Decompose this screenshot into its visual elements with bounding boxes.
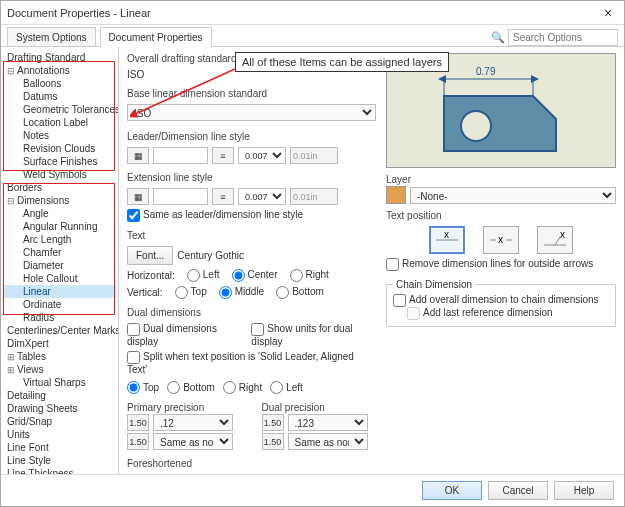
tree-borders[interactable]: Borders bbox=[3, 181, 116, 194]
tree-balloons[interactable]: Balloons bbox=[3, 77, 116, 90]
base-std-label: Base linear dimension standard bbox=[127, 88, 376, 99]
pos-top-radio[interactable]: Top bbox=[127, 381, 159, 394]
tree-location-label[interactable]: Location Label bbox=[3, 116, 116, 129]
tree-grid-snap[interactable]: Grid/Snap bbox=[3, 415, 116, 428]
text-position-label: Text position bbox=[386, 210, 616, 221]
tree-diameter[interactable]: Diameter bbox=[3, 259, 116, 272]
leader-style-label: Leader/Dimension line style bbox=[127, 131, 376, 142]
tree-datums[interactable]: Datums bbox=[3, 90, 116, 103]
cancel-button[interactable]: Cancel bbox=[488, 481, 548, 500]
svg-text:x: x bbox=[498, 234, 503, 245]
dual-prec-icon: 1.50 bbox=[262, 414, 284, 431]
tree-chamfer[interactable]: Chamfer bbox=[3, 246, 116, 259]
expand-icon: ⊞ bbox=[7, 352, 17, 362]
tree-angular-running[interactable]: Angular Running bbox=[3, 220, 116, 233]
tree-drawing-sheets[interactable]: Drawing Sheets bbox=[3, 402, 116, 415]
tree-virtual-sharps[interactable]: Virtual Sharps bbox=[3, 376, 116, 389]
tab-system-options[interactable]: System Options bbox=[7, 27, 96, 46]
tree-angle[interactable]: Angle bbox=[3, 207, 116, 220]
prim-prec-select[interactable]: .12 bbox=[153, 414, 233, 431]
tree-notes[interactable]: Notes bbox=[3, 129, 116, 142]
tree-dimensions[interactable]: ⊟Dimensions bbox=[3, 194, 116, 207]
dual-display-checkbox[interactable]: Dual dimensions display bbox=[127, 323, 241, 347]
dual-tol-select[interactable]: Same as nominal bbox=[288, 433, 368, 450]
nav-tree: Drafting Standard ⊟Annotations Balloons … bbox=[1, 47, 119, 474]
prim-tol-select[interactable]: Same as nominal bbox=[153, 433, 233, 450]
tree-revision-clouds[interactable]: Revision Clouds bbox=[3, 142, 116, 155]
tree-geometric-tolerances[interactable]: Geometric Tolerances bbox=[3, 103, 116, 116]
tree-ordinate[interactable]: Ordinate bbox=[3, 298, 116, 311]
search-icon: 🔍 bbox=[491, 31, 505, 44]
tree-line-thickness[interactable]: Line Thickness bbox=[3, 467, 116, 474]
h-right-radio[interactable]: Right bbox=[290, 269, 329, 282]
remove-dim-lines-checkbox[interactable]: Remove dimension lines for outside arrow… bbox=[386, 258, 593, 269]
dual-precision-label: Dual precision bbox=[262, 402, 377, 413]
ext-thickness-select[interactable]: 0.0071in bbox=[238, 188, 286, 205]
ext-thickness-icon[interactable]: ≡ bbox=[212, 188, 234, 205]
leader-thickness-icon[interactable]: ≡ bbox=[212, 147, 234, 164]
tree-hole-callout[interactable]: Hole Callout bbox=[3, 272, 116, 285]
ok-button[interactable]: OK bbox=[422, 481, 482, 500]
extension-style-label: Extension line style bbox=[127, 172, 376, 183]
v-bottom-radio[interactable]: Bottom bbox=[276, 286, 324, 299]
v-top-radio[interactable]: Top bbox=[175, 286, 207, 299]
pos-right-radio[interactable]: Right bbox=[223, 381, 262, 394]
split-when-checkbox[interactable]: Split when text position is 'Solid Leade… bbox=[127, 351, 376, 375]
text-pos-3-button[interactable]: x bbox=[537, 226, 573, 254]
tree-surface-finishes[interactable]: Surface Finishes bbox=[3, 155, 116, 168]
dual-prec-select[interactable]: .123 bbox=[288, 414, 368, 431]
pos-left-radio[interactable]: Left bbox=[270, 381, 303, 394]
layer-select[interactable]: -None- bbox=[410, 187, 616, 204]
tree-line-font[interactable]: Line Font bbox=[3, 441, 116, 454]
chain-dimension-group: Chain Dimension Add overall dimension to… bbox=[386, 279, 616, 327]
layer-icon bbox=[386, 186, 406, 204]
tree-annotations[interactable]: ⊟Annotations bbox=[3, 64, 116, 77]
close-icon[interactable]: × bbox=[598, 5, 618, 21]
prim-prec-icon: 1.50 bbox=[127, 414, 149, 431]
h-left-radio[interactable]: Left bbox=[187, 269, 220, 282]
ext-color-button[interactable]: ▦ bbox=[127, 188, 149, 205]
tree-linear[interactable]: Linear bbox=[3, 285, 116, 298]
leader-color-button[interactable]: ▦ bbox=[127, 147, 149, 164]
chain-last-checkbox: Add last reference dimension bbox=[407, 307, 553, 318]
chain-overall-checkbox[interactable]: Add overall dimension to chain dimension… bbox=[393, 294, 599, 305]
help-button[interactable]: Help bbox=[554, 481, 614, 500]
tree-arc-length[interactable]: Arc Length bbox=[3, 233, 116, 246]
tree-tables[interactable]: ⊞Tables bbox=[3, 350, 116, 363]
base-std-select[interactable]: ISO bbox=[127, 104, 376, 121]
leader-linestyle-select[interactable] bbox=[153, 147, 208, 164]
pos-bottom-radio[interactable]: Bottom bbox=[167, 381, 215, 394]
svg-text:x: x bbox=[444, 231, 449, 240]
h-center-radio[interactable]: Center bbox=[232, 269, 278, 282]
window-title: Document Properties - Linear bbox=[7, 7, 151, 19]
tab-document-properties[interactable]: Document Properties bbox=[100, 27, 212, 47]
collapse-icon: ⊟ bbox=[7, 196, 17, 206]
layer-label: Layer bbox=[386, 174, 616, 185]
same-as-leader-checkbox[interactable]: Same as leader/dimension line style bbox=[127, 209, 376, 222]
ext-length-input[interactable] bbox=[290, 188, 338, 205]
dual-units-checkbox[interactable]: Show units for dual display bbox=[251, 323, 376, 347]
text-pos-1-button[interactable]: x bbox=[429, 226, 465, 254]
leader-length-input[interactable] bbox=[290, 147, 338, 164]
tree-radius[interactable]: Radius bbox=[3, 311, 116, 324]
font-name: Century Gothic bbox=[177, 250, 244, 261]
tree-dimxpert[interactable]: DimXpert bbox=[3, 337, 116, 350]
font-button[interactable]: Font... bbox=[127, 246, 173, 265]
tree-centerlines[interactable]: Centerlines/Center Marks bbox=[3, 324, 116, 337]
tree-units[interactable]: Units bbox=[3, 428, 116, 441]
expand-icon: ⊞ bbox=[7, 365, 17, 375]
v-middle-radio[interactable]: Middle bbox=[219, 286, 264, 299]
prim-tol-icon: 1.50 bbox=[127, 433, 149, 450]
text-pos-2-icon: x bbox=[488, 231, 514, 249]
tree-weld-symbols[interactable]: Weld Symbols bbox=[3, 168, 116, 181]
tree-drafting-standard[interactable]: Drafting Standard bbox=[3, 51, 116, 64]
text-pos-2-button[interactable]: x bbox=[483, 226, 519, 254]
tree-views[interactable]: ⊞Views bbox=[3, 363, 116, 376]
search-input[interactable] bbox=[508, 29, 618, 46]
tree-detailing[interactable]: Detailing bbox=[3, 389, 116, 402]
tree-line-style[interactable]: Line Style bbox=[3, 454, 116, 467]
overall-std-value: ISO bbox=[127, 69, 376, 80]
vertical-label: Vertical: bbox=[127, 287, 163, 298]
leader-thickness-select[interactable]: 0.0071in bbox=[238, 147, 286, 164]
ext-linestyle-select[interactable] bbox=[153, 188, 208, 205]
